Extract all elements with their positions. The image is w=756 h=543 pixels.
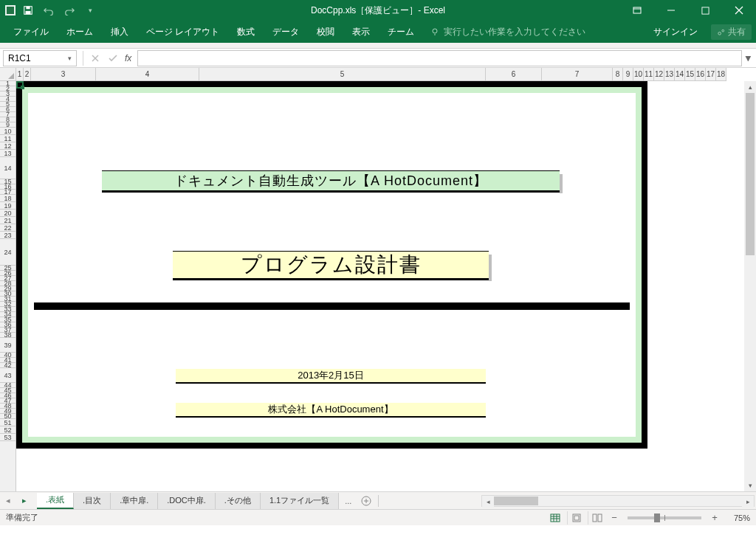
vertical-scrollbar[interactable]: ▴ ▾	[744, 81, 756, 491]
tab-page-layout[interactable]: ページ レイアウト	[137, 21, 228, 43]
tab-home[interactable]: ホーム	[58, 21, 102, 43]
row-header[interactable]: 11	[0, 135, 16, 142]
sheet-tab-toc[interactable]: .目次	[74, 493, 111, 509]
tab-nav-prev[interactable]: ◂	[0, 493, 16, 509]
horizontal-scrollbar[interactable]: ◂ ▸	[481, 495, 755, 507]
scroll-thumb-horizontal[interactable]	[494, 497, 538, 505]
formula-input[interactable]	[137, 50, 742, 66]
zoom-in-button[interactable]: +	[709, 512, 721, 523]
row-header[interactable]: 39	[0, 338, 16, 353]
scroll-left-button[interactable]: ◂	[482, 496, 494, 508]
column-header[interactable]: 9	[623, 68, 633, 80]
scroll-track-vertical[interactable]	[744, 93, 756, 480]
view-page-break-button[interactable]	[588, 511, 605, 525]
tell-me-box[interactable]: 実行したい作業を入力してください	[430, 26, 585, 38]
scroll-track-horizontal[interactable]	[494, 496, 742, 506]
row-header[interactable]: 51	[0, 419, 16, 426]
zoom-slider-handle[interactable]	[654, 513, 660, 522]
zoom-slider[interactable]	[628, 516, 701, 519]
tab-nav-next[interactable]: ▸	[16, 493, 32, 509]
row-header[interactable]: 12	[0, 142, 16, 150]
save-button[interactable]	[19, 2, 37, 18]
sheet-tab-bar: ◂ ▸ .表紙 .目次 .章中扉. .DOC中扉. .その他 1.1ファイル一覧…	[0, 491, 756, 509]
column-header[interactable]: 14	[675, 68, 685, 80]
column-header[interactable]: 5	[199, 68, 486, 80]
new-sheet-button[interactable]	[357, 496, 375, 506]
name-box[interactable]: R1C1 ▾	[3, 50, 77, 66]
row-header[interactable]: 19	[0, 202, 16, 210]
row-header[interactable]: 14	[0, 157, 16, 179]
fx-label[interactable]: fx	[122, 53, 134, 63]
column-header[interactable]: 18	[716, 68, 726, 80]
svg-point-14	[722, 30, 724, 32]
scroll-down-button[interactable]: ▾	[744, 480, 756, 491]
zoom-percent[interactable]: 75%	[724, 513, 750, 522]
redo-button[interactable]	[61, 2, 78, 18]
column-header[interactable]: 17	[706, 68, 716, 80]
enter-formula-button[interactable]	[104, 50, 122, 66]
tab-insert[interactable]: 挿入	[102, 21, 137, 43]
signin-link[interactable]: サインイン	[646, 26, 705, 38]
row-header[interactable]: 13	[0, 150, 16, 157]
column-header[interactable]: 12	[654, 68, 664, 80]
ribbon-display-button[interactable]	[620, 0, 654, 21]
sheet-tab-doc-chapter[interactable]: .DOC中扉.	[158, 493, 216, 509]
document-cover-inner: ドキュメント自動生成ツール【A HotDocument】 プログラム設計書 20…	[28, 93, 636, 437]
tab-review[interactable]: 校閲	[308, 21, 343, 43]
cancel-formula-button[interactable]	[86, 50, 104, 66]
tab-view[interactable]: 表示	[343, 21, 379, 43]
titlebar: ▾ DocCpp.xls［保護ビュー］- Excel	[0, 0, 756, 21]
column-header[interactable]: 1	[16, 68, 24, 80]
column-header[interactable]: 11	[644, 68, 654, 80]
sheet-tab-filelist[interactable]: 1.1ファイル一覧	[261, 493, 339, 509]
minimize-button[interactable]	[654, 0, 688, 21]
close-button[interactable]	[722, 0, 756, 21]
sheet-tab-other[interactable]: .その他	[216, 493, 261, 509]
row-header[interactable]: 18	[0, 195, 16, 202]
share-button[interactable]: 共有	[711, 24, 752, 40]
row-header[interactable]: 20	[0, 210, 16, 217]
sheet-tab-cover[interactable]: .表紙	[37, 493, 74, 509]
row-header[interactable]: 38	[0, 333, 16, 338]
row-header[interactable]: 42	[0, 363, 16, 368]
sheet-tabs-more[interactable]: ...	[339, 497, 357, 505]
column-header[interactable]: 2	[24, 68, 31, 80]
column-header[interactable]: 3	[31, 68, 96, 80]
sheet-tab-chapter[interactable]: .章中扉.	[111, 493, 158, 509]
zoom-out-button[interactable]: −	[608, 512, 620, 523]
column-header[interactable]: 7	[542, 68, 613, 80]
sheet-canvas[interactable]: ドキュメント自動生成ツール【A HotDocument】 プログラム設計書 20…	[16, 81, 756, 491]
column-header[interactable]: 10	[633, 68, 644, 80]
column-header[interactable]: 8	[613, 68, 623, 80]
row-header[interactable]: 23	[0, 232, 16, 239]
column-header[interactable]: 6	[486, 68, 542, 80]
column-header[interactable]: 16	[695, 68, 706, 80]
column-header[interactable]: 4	[96, 68, 199, 80]
column-header[interactable]: 15	[685, 68, 695, 80]
tab-formulas[interactable]: 数式	[228, 21, 264, 43]
row-header[interactable]: 53	[0, 434, 16, 441]
row-header[interactable]: 52	[0, 426, 16, 434]
maximize-button[interactable]	[688, 0, 722, 21]
view-normal-button[interactable]	[546, 511, 564, 525]
column-header[interactable]: 13	[664, 68, 675, 80]
view-page-layout-button[interactable]	[567, 511, 585, 525]
qat-customize-button[interactable]: ▾	[81, 2, 99, 18]
row-header[interactable]: 43	[0, 368, 16, 383]
scroll-up-button[interactable]: ▴	[744, 81, 756, 93]
row-header[interactable]: 10	[0, 128, 16, 135]
name-box-value: R1C1	[8, 53, 31, 63]
formula-expand-button[interactable]: ⯆	[745, 55, 752, 62]
svg-rect-1	[7, 7, 14, 14]
tab-data[interactable]: データ	[264, 21, 308, 43]
row-header[interactable]: 24	[0, 239, 16, 266]
svg-rect-27	[593, 514, 597, 522]
row-header[interactable]: 21	[0, 217, 16, 224]
scroll-thumb-vertical[interactable]	[746, 93, 755, 255]
tab-file[interactable]: ファイル	[4, 21, 58, 43]
tab-team[interactable]: チーム	[379, 21, 423, 43]
chevron-down-icon: ▾	[68, 55, 72, 62]
scroll-right-button[interactable]: ▸	[742, 496, 754, 508]
undo-button[interactable]	[40, 2, 58, 18]
row-header[interactable]: 22	[0, 224, 16, 232]
